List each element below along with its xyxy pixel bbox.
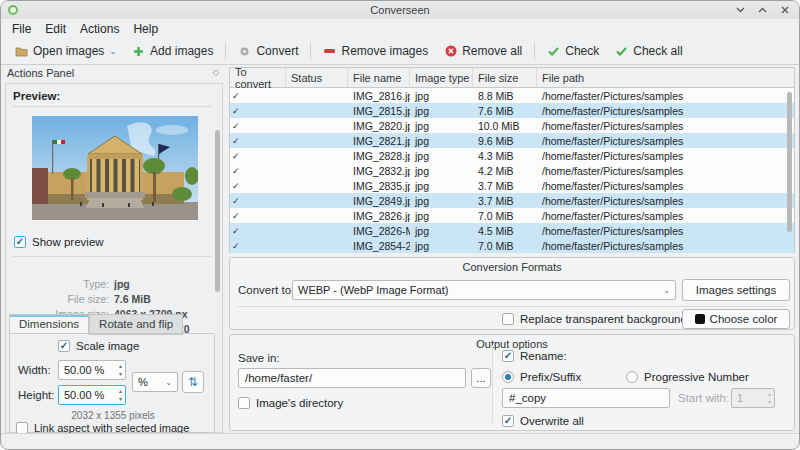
start-with-spinbox[interactable]: 1 ▴▾ [731, 388, 775, 408]
table-row[interactable]: ✓IMG_2821.jpgjpg9.6 MiB/home/faster/Pict… [230, 133, 794, 148]
replace-transparent-checkbox[interactable]: Replace transparent background [502, 313, 687, 325]
row-check-icon[interactable]: ✓ [230, 91, 286, 101]
menu-file[interactable]: File [5, 21, 38, 37]
table-row[interactable]: ✓IMG_2816.jpgjpg8.8 MiB/home/faster/Pict… [230, 88, 794, 103]
prefix-suffix-radio[interactable]: Prefix/Suffix [502, 371, 581, 383]
row-check-icon[interactable]: ✓ [230, 166, 286, 176]
column-header-to-convert[interactable]: To convert [230, 68, 286, 87]
table-cell: jpg [410, 225, 473, 237]
file-table-body: ✓IMG_2816.jpgjpg8.8 MiB/home/faster/Pict… [230, 88, 794, 253]
table-row[interactable]: ✓IMG_2832.jpgjpg4.2 MiB/home/faster/Pict… [230, 163, 794, 178]
row-check-icon[interactable]: ✓ [230, 136, 286, 146]
preview-label: Preview: [13, 90, 60, 102]
spinner-arrows-icon[interactable]: ▴▾ [119, 387, 122, 403]
row-check-icon[interactable]: ✓ [230, 196, 286, 206]
open-images-button[interactable]: Open images ⌄ [7, 41, 124, 61]
swap-icon: ⇅ [188, 375, 198, 389]
row-check-icon[interactable]: ✓ [230, 181, 286, 191]
save-in-input[interactable]: /home/faster/ [238, 368, 466, 388]
table-scrollbar[interactable] [787, 92, 792, 232]
table-row[interactable]: ✓IMG_2826.jpgjpg7.0 MiB/home/faster/Pict… [230, 208, 794, 223]
toolbar-separator [225, 43, 226, 59]
choose-color-button[interactable]: Choose color [682, 309, 790, 329]
table-cell: /home/faster/Pictures/samples [537, 240, 794, 252]
menu-help[interactable]: Help [126, 21, 165, 37]
menu-actions[interactable]: Actions [73, 21, 126, 37]
table-cell: IMG_2820.jpg [348, 120, 410, 132]
row-check-icon[interactable]: ✓ [230, 226, 286, 236]
swap-dimensions-button[interactable]: ⇅ [182, 371, 204, 393]
table-cell: /home/faster/Pictures/samples [537, 90, 794, 102]
height-spinbox[interactable]: 50.00 % ▴▾ [58, 385, 126, 405]
titlebar[interactable]: Converseen [1, 1, 799, 19]
table-cell: jpg [410, 105, 473, 117]
format-dropdown[interactable]: WEBP - (WebP Image Format) ⌄ [292, 280, 676, 300]
row-check-icon[interactable]: ✓ [230, 106, 286, 116]
table-cell: IMG_2828.jpg [348, 150, 410, 162]
tab-rotate-and-flip[interactable]: Rotate and flip [89, 314, 183, 335]
column-header-status[interactable]: Status [286, 68, 348, 87]
table-cell: IMG_2816.jpg [348, 90, 410, 102]
column-header-file-name[interactable]: File name [348, 68, 410, 87]
panel-scrollbar[interactable] [215, 130, 220, 292]
column-header-image-type[interactable]: Image type [410, 68, 473, 87]
table-row[interactable]: ✓IMG_2826-M...jpg4.5 MiB/home/faster/Pic… [230, 223, 794, 238]
browse-button[interactable]: ... [471, 368, 491, 388]
remove-icon [323, 45, 336, 58]
chevron-down-icon: ⌄ [165, 378, 172, 387]
minimize-icon[interactable] [734, 3, 747, 16]
window-title: Converseen [1, 4, 799, 16]
spinner-arrows-icon[interactable]: ▴▾ [119, 362, 122, 378]
convert-button[interactable]: Convert [230, 41, 306, 61]
table-row[interactable]: ✓IMG_2854-2.j...jpg7.0 MiB/home/faster/P… [230, 238, 794, 253]
row-check-icon[interactable]: ✓ [230, 151, 286, 161]
rename-pattern-input[interactable]: #_copy [502, 388, 670, 408]
checkbox-icon [58, 340, 70, 352]
radio-icon [626, 371, 638, 383]
table-cell: 4.5 MiB [473, 225, 537, 237]
overwrite-all-checkbox[interactable]: Overwrite all [502, 415, 584, 427]
table-cell: /home/faster/Pictures/samples [537, 180, 794, 192]
check-all-button[interactable]: Check all [607, 41, 690, 61]
table-cell: 3.7 MiB [473, 195, 537, 207]
maximize-icon[interactable] [756, 3, 769, 16]
rename-checkbox[interactable]: Rename: [502, 350, 567, 362]
divider [12, 106, 212, 107]
table-cell: jpg [410, 210, 473, 222]
table-row[interactable]: ✓IMG_2849.jpgjpg3.7 MiB/home/faster/Pict… [230, 193, 794, 208]
info-label: File size: [6, 293, 114, 305]
table-row[interactable]: ✓IMG_2815.jpgjpg7.6 MiB/home/faster/Pict… [230, 103, 794, 118]
width-spinbox[interactable]: 50.00 % ▴▾ [58, 360, 126, 380]
column-header-file-path[interactable]: File path [537, 68, 794, 87]
table-row[interactable]: ✓IMG_2820.jpgjpg10.0 MiB/home/faster/Pic… [230, 118, 794, 133]
table-cell: /home/faster/Pictures/samples [537, 105, 794, 117]
scale-image-checkbox[interactable]: Scale image [58, 340, 139, 352]
row-check-icon[interactable]: ✓ [230, 121, 286, 131]
dock-float-icon[interactable]: ◇ [213, 68, 219, 77]
column-header-file-size[interactable]: File size [473, 68, 537, 87]
table-cell: 7.0 MiB [473, 240, 537, 252]
images-settings-button[interactable]: Images settings [682, 279, 790, 301]
progressive-number-radio[interactable]: Progressive Number [626, 371, 749, 383]
table-row[interactable]: ✓IMG_2835.jpgjpg3.7 MiB/home/faster/Pict… [230, 178, 794, 193]
remove-images-button[interactable]: Remove images [315, 41, 436, 61]
table-cell: IMG_2849.jpg [348, 195, 410, 207]
show-preview-checkbox[interactable]: Show preview [14, 236, 104, 248]
divider [12, 256, 212, 257]
row-check-icon[interactable]: ✓ [230, 241, 286, 251]
dimensions-tab-content: Scale image Width: 50.00 % ▴▾ Height: 50… [9, 333, 215, 433]
images-directory-checkbox[interactable]: Image's directory [238, 397, 343, 409]
row-check-icon[interactable]: ✓ [230, 211, 286, 221]
table-cell: jpg [410, 195, 473, 207]
table-cell: jpg [410, 120, 473, 132]
menu-edit[interactable]: Edit [38, 21, 73, 37]
add-images-button[interactable]: Add images [124, 41, 221, 61]
toolbar-separator [534, 43, 535, 59]
check-button[interactable]: Check [539, 41, 607, 61]
tab-dimensions[interactable]: Dimensions [9, 314, 89, 335]
unit-dropdown[interactable]: % ⌄ [132, 372, 178, 392]
remove-all-button[interactable]: Remove all [436, 41, 530, 61]
divider [238, 306, 786, 307]
table-row[interactable]: ✓IMG_2828.jpgjpg4.3 MiB/home/faster/Pict… [230, 148, 794, 163]
close-icon[interactable] [778, 3, 791, 16]
